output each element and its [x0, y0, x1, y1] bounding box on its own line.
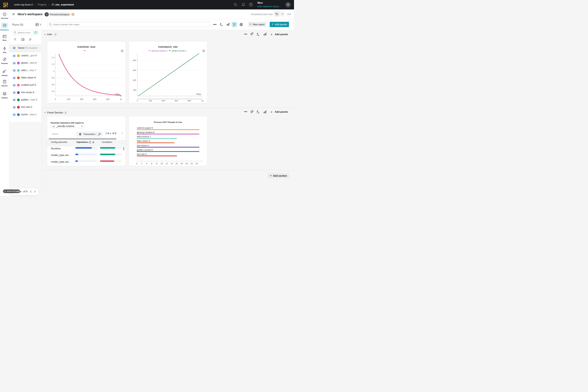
svg-text:12: 12 [166, 162, 168, 165]
svg-text:8: 8 [156, 162, 157, 165]
svg-text:trim-moon-4: trim-moon-4 [137, 144, 149, 147]
svg-text:Step: Step [196, 93, 201, 95]
svg-text:600: 600 [93, 98, 96, 100]
svg-text:0: 0 [55, 98, 56, 100]
svg-text:6: 6 [151, 162, 152, 165]
svg-text:1: 1 [53, 70, 54, 72]
svg-text:200: 200 [133, 89, 136, 91]
svg-text:14: 14 [170, 162, 173, 165]
svg-text:golden-sunset-3: golden-sunset-3 [172, 50, 186, 52]
svg-text:200: 200 [149, 100, 152, 102]
svg-text:800: 800 [106, 98, 110, 100]
svg-text:10: 10 [161, 162, 163, 165]
svg-text:16: 16 [175, 162, 178, 165]
svg-text:: -: : - [87, 50, 88, 52]
svg-text:0: 0 [137, 100, 138, 102]
svg-text:colorful-yogurt-9: colorful-yogurt-9 [137, 127, 153, 129]
svg-text:1.4: 1.4 [52, 56, 54, 59]
svg-text:golden-sunset-3: golden-sunset-3 [137, 149, 153, 151]
svg-text:800: 800 [188, 100, 191, 102]
svg-text:200: 200 [67, 98, 70, 100]
svg-text:4: 4 [146, 162, 147, 165]
svg-text:600: 600 [175, 100, 178, 102]
svg-text:600: 600 [133, 69, 136, 72]
svg-text:24: 24 [195, 162, 198, 165]
svg-text:0.4: 0.4 [52, 90, 54, 92]
svg-text:2: 2 [141, 162, 142, 165]
svg-text:x: x [257, 110, 258, 112]
svg-text:400: 400 [162, 100, 165, 102]
svg-text:glowing-shadow-8: glowing-shadow-8 [152, 50, 168, 52]
svg-text:1k: 1k [201, 100, 203, 102]
svg-text:800: 800 [133, 59, 136, 62]
svg-text:1.2: 1.2 [52, 63, 54, 65]
svg-text:400: 400 [80, 98, 83, 100]
svg-text:x: x [257, 32, 258, 35]
svg-text:x: x [220, 22, 222, 25]
svg-text:18: 18 [180, 162, 183, 165]
svg-text:0: 0 [136, 162, 137, 165]
svg-text:trim-rain-2: trim-rain-2 [137, 153, 147, 155]
svg-text:0.8: 0.8 [52, 76, 54, 79]
svg-text:fallen-dawn-6: fallen-dawn-6 [137, 140, 150, 142]
svg-text:20: 20 [186, 162, 188, 165]
svg-text:glowing-shadow-8: glowing-shadow-8 [137, 131, 155, 134]
svg-text:1k: 1k [120, 98, 122, 100]
svg-text:400: 400 [133, 79, 136, 81]
svg-text:0.6: 0.6 [52, 84, 54, 86]
svg-text:22: 22 [190, 162, 193, 165]
svg-text:wild-cosmos-7: wild-cosmos-7 [137, 136, 151, 138]
